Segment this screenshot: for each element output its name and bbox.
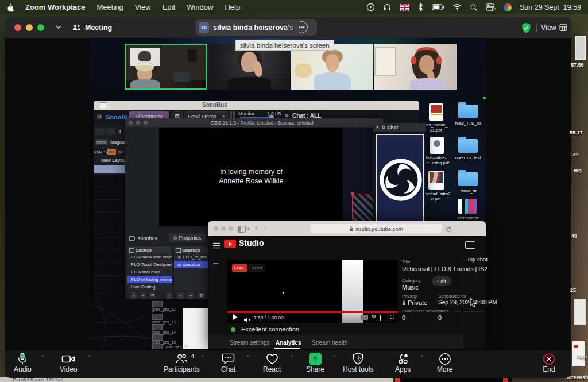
minimize-window-button[interactable] (221, 226, 226, 231)
video-player[interactable]: LIVE 30:23 7:50 / 1:00:00 ⚙ ⛶ (227, 260, 398, 323)
touchdesigner-network[interactable]: grad_geo_12 grad_geo_13 grad_geo_14 grad… (90, 299, 208, 349)
selected-row[interactable] (94, 165, 125, 173)
end-button[interactable]: End (543, 352, 555, 373)
menu-view[interactable]: View (129, 3, 157, 11)
participant-video-4[interactable] (374, 44, 457, 90)
participant-video-1[interactable] (125, 44, 207, 90)
close-window-button[interactable] (14, 24, 21, 31)
back-icon[interactable]: ‹ (255, 224, 257, 232)
scene-item[interactable]: Live Coding (127, 283, 172, 291)
more-button[interactable]: More (437, 352, 452, 373)
uk-flag-icon[interactable] (400, 4, 409, 11)
participants-button[interactable]: 4 Participants (164, 352, 200, 373)
menubar-app-name[interactable]: Zoom Workplace (20, 3, 91, 11)
minimize-window-button[interactable] (136, 121, 140, 125)
tab-stream-settings[interactable]: Stream settings (230, 339, 269, 346)
share-options-caret[interactable]: ⌃ (332, 354, 336, 360)
layout-button[interactable] (95, 128, 105, 135)
chat-button[interactable]: Chat (221, 352, 235, 373)
chat-titlebar[interactable]: ✕ ⧉ Chat (373, 123, 426, 132)
cc-icon[interactable] (361, 315, 368, 320)
color-profile-icon[interactable] (504, 3, 512, 11)
close-icon[interactable]: ✕ (376, 125, 380, 130)
headphones-icon[interactable] (383, 3, 392, 11)
td-node[interactable] (152, 314, 163, 320)
source-settings-button[interactable]: ⚙ (198, 292, 205, 299)
react-options-caret[interactable]: ⌃ (290, 354, 295, 360)
wifi-icon[interactable] (452, 3, 462, 11)
view-button[interactable]: View (541, 24, 567, 32)
audio-button[interactable]: Audio (14, 352, 32, 373)
battery-icon[interactable] (432, 3, 444, 11)
menu-edit[interactable]: Edit (157, 3, 181, 11)
obs-preview-canvas[interactable]: In loving memory of Annette Rose Wilkie (159, 128, 343, 226)
menu-help[interactable]: Help (219, 3, 246, 11)
share-button[interactable]: Share (306, 352, 324, 373)
play-icon[interactable] (233, 314, 238, 320)
folder-icon[interactable] (458, 105, 478, 118)
participants-options-caret[interactable]: ⌃ (200, 354, 205, 360)
new-layout-label[interactable]: New Layout (101, 157, 127, 163)
popout-icon[interactable]: ⧉ (382, 125, 385, 130)
mono-chip[interactable]: mono (95, 139, 108, 145)
duplicate-scene-button[interactable]: ⧉ (149, 292, 156, 299)
menu-meeting[interactable]: Meeting (91, 3, 129, 11)
address-bar[interactable]: studio.youtube.com (310, 224, 442, 233)
folder-label[interactable]: open_cv_test (450, 155, 486, 160)
menubar-clock[interactable]: Sun 29 Sept 19:59 (520, 3, 581, 11)
chevron-down-icon[interactable]: ▾ (247, 226, 250, 231)
fullscreen-icon[interactable]: ⛶ (390, 314, 394, 321)
pdf-file-icon[interactable] (429, 103, 443, 121)
scene-menu-button[interactable]: ⋮ (166, 292, 173, 299)
zoom-window-button[interactable] (144, 121, 148, 125)
control-center-icon[interactable] (486, 3, 496, 11)
folder-label[interactable]: New_TTS_lib (451, 121, 485, 126)
apps-button[interactable]: Apps (395, 352, 411, 373)
cast-icon[interactable] (380, 315, 388, 321)
apps-options-caret[interactable]: ⌃ (420, 354, 424, 360)
top-chat-label[interactable]: Top chat (467, 256, 488, 263)
zoom-window-button[interactable] (229, 226, 233, 231)
back-arrow-icon[interactable]: ← (212, 257, 220, 267)
youtube-logo[interactable] (224, 240, 236, 248)
react-button[interactable]: React (263, 352, 281, 373)
mute-icon[interactable] (243, 315, 250, 325)
studio-brand[interactable]: Studio (239, 238, 264, 248)
feedback-icon[interactable] (465, 241, 475, 249)
menu-window[interactable]: Window (181, 3, 219, 11)
bluetooth-icon[interactable] (417, 3, 424, 11)
host-tools-button[interactable]: Host tools (343, 352, 373, 373)
screenshot-file-icon[interactable] (458, 199, 477, 214)
folder-icon[interactable] (458, 139, 478, 153)
participant-video-2[interactable] (208, 44, 290, 90)
close-window-button[interactable] (214, 226, 218, 231)
shared-screen-pill[interactable]: sb silvia binda heiserova's scree ••• (195, 19, 317, 36)
participant-video-3[interactable] (291, 44, 373, 90)
hamburger-menu-icon[interactable] (212, 241, 220, 251)
forward-icon[interactable]: › (264, 224, 266, 232)
remove-scene-button[interactable]: − (140, 292, 147, 299)
reload-icon[interactable] (446, 225, 452, 235)
security-shield-icon[interactable] (520, 22, 532, 36)
td-node[interactable] (152, 301, 163, 307)
add-scene-button[interactable]: ＋ (130, 292, 137, 299)
td-node[interactable] (152, 324, 163, 330)
close-window-button[interactable] (129, 121, 133, 125)
audio-options-caret[interactable]: ⌃ (40, 354, 45, 360)
gear-icon[interactable]: ⚙ (96, 113, 102, 121)
folder-label[interactable]: silvia_dt (452, 188, 485, 194)
video-options-caret[interactable]: ⌃ (87, 354, 92, 360)
obs-source-chip[interactable]: sonobus (129, 234, 157, 243)
waveform-list[interactable] (94, 175, 125, 299)
pdf-file-icon[interactable] (430, 137, 444, 154)
tab-stream-health[interactable]: Stream health (312, 339, 347, 346)
remove-source-button[interactable]: − (187, 292, 195, 299)
scene-item[interactable]: FLO-black with sound (127, 253, 172, 261)
zoom-window-button[interactable] (37, 24, 44, 31)
settings-gear-icon[interactable]: ⚙ (372, 314, 376, 319)
obs-properties-button[interactable]: ⚙ Properties (169, 233, 206, 242)
video-button[interactable]: Video (60, 352, 77, 373)
grid-layout-button[interactable] (106, 128, 115, 135)
scenes-header[interactable]: Scenes (127, 246, 172, 253)
scene-item[interactable]: FLO-TouchDesigner (127, 261, 172, 268)
